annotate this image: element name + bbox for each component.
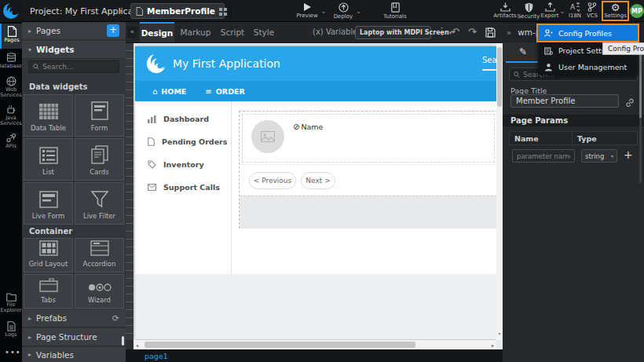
device-preview-select[interactable]: Laptop with MDPI Screen ▾ [355, 26, 431, 39]
scrollbar-thumb[interactable] [639, 47, 642, 118]
page-preview[interactable]: My First Application Search ⌂ HOME ≡ ORD… [135, 46, 496, 339]
widgets-accordion[interactable]: ▾ Widgets [22, 41, 126, 59]
widget-tile-cards[interactable]: Cards [75, 138, 124, 181]
widget-tile-form[interactable]: Form [75, 94, 124, 137]
menu-item-dashboard[interactable]: Dashboard [135, 108, 232, 130]
preview-button[interactable]: Preview [294, 2, 320, 19]
project-settings-icon [544, 46, 553, 55]
menu-item-support-calls[interactable]: Support Calls [135, 176, 232, 199]
accordion-icon [90, 240, 109, 256]
nav-item-home[interactable]: ⌂ HOME [152, 87, 186, 96]
security-button[interactable]: Security [515, 2, 542, 20]
undo-icon[interactable]: ↶ [451, 26, 459, 38]
list-footer-placeholder [240, 196, 496, 229]
widget-tile-grid-layout[interactable]: Grid Layout [24, 238, 73, 272]
redo-icon[interactable]: ↷ [468, 26, 477, 38]
page-title-input[interactable] [510, 94, 619, 108]
scrollbar-thumb[interactable] [497, 47, 502, 107]
page-params-section-header[interactable]: Page Params [503, 115, 644, 126]
app-search-link[interactable]: Search [482, 56, 496, 71]
tab-design[interactable]: Design [140, 22, 174, 42]
next-button[interactable]: Next > [301, 172, 335, 189]
export-button[interactable]: Export [539, 2, 561, 19]
app-header[interactable]: My First Application Search [135, 46, 496, 81]
image-placeholder [251, 120, 284, 153]
menu-item-inventory[interactable]: Inventory [135, 153, 232, 176]
column-type: Type [573, 132, 597, 144]
rail-item-java-services[interactable]: Java Services [0, 102, 22, 129]
tab-script[interactable]: Script [217, 22, 248, 42]
chart-icon [148, 115, 156, 123]
user-avatar[interactable]: MP [630, 4, 644, 18]
scroll-down-arrow-icon[interactable]: ▾ [496, 331, 503, 336]
vcs-button[interactable]: VCS [583, 2, 602, 19]
widget-search-input[interactable] [42, 63, 113, 71]
collapsed-arrow-icon: ▸ [28, 27, 31, 35]
widget-tile-live-filter[interactable]: Live Filter [75, 182, 124, 225]
status-page-tab[interactable]: page1 [145, 352, 168, 360]
widget-tile-accordion[interactable]: Accordion [75, 238, 124, 272]
settings-button-highlighted[interactable]: ⚙ Settings [602, 1, 629, 21]
canvas-vertical-scrollbar[interactable]: ▾ [496, 43, 503, 340]
user-icon [544, 63, 553, 71]
widget-tile-tabs[interactable]: Tabs [24, 274, 73, 309]
more-options-kebab-icon[interactable]: ⋮ [437, 25, 447, 37]
rail-item-web-services[interactable]: Web Services [0, 74, 22, 101]
collapse-right-panel-button[interactable]: » [507, 28, 511, 37]
vertical-ruler [126, 43, 134, 340]
data-widgets-grid: Data Table Form List Cards Live Form Liv… [24, 94, 124, 225]
refresh-icon[interactable]: ⟳ [112, 313, 119, 324]
save-icon[interactable] [485, 27, 496, 38]
rail-more-icon[interactable]: ••• [5, 348, 21, 357]
tab-properties-edit[interactable]: ✎ [506, 42, 540, 63]
menu-item-user-management[interactable]: User Management [538, 59, 638, 75]
variables-accordion[interactable]: ▸ Variables [22, 347, 126, 362]
pages-accordion[interactable]: ▸ Pages + [22, 22, 126, 40]
data-widgets-section-label: Data widgets [29, 82, 88, 91]
rail-item-pages[interactable]: Pages [0, 24, 22, 49]
add-page-button[interactable]: + [107, 24, 119, 37]
scrollbar-thumb[interactable] [145, 342, 415, 348]
rail-item-apis[interactable]: APIs [0, 130, 22, 152]
rail-item-logs[interactable]: Logs [0, 319, 22, 341]
menu-item-pending-orders[interactable]: Pending Orders [135, 130, 232, 153]
list-item[interactable]: ⊘ Name [242, 114, 495, 163]
deploy-button[interactable]: Deploy [330, 2, 357, 20]
ruler-corner [126, 340, 134, 349]
scroll-left-arrow-icon[interactable]: ◂ [136, 342, 138, 348]
widget-search-box[interactable] [28, 60, 119, 73]
scroll-right-arrow-icon[interactable]: ▸ [492, 342, 494, 348]
tutorials-button[interactable]: Tutorials [382, 2, 408, 20]
app-logo-icon [145, 52, 168, 75]
grid-menu-icon[interactable] [219, 4, 227, 19]
nav-item-order[interactable]: ≡ ORDER [205, 87, 244, 96]
deploy-caret-icon[interactable]: ⌄ [356, 7, 362, 15]
param-type-select[interactable]: string ▾ [581, 149, 617, 163]
previous-button[interactable]: < Previous [249, 172, 296, 189]
open-page-tab[interactable]: MemberProfile [130, 3, 225, 19]
add-param-button[interactable]: + [624, 148, 633, 161]
bind-property-icon[interactable] [625, 96, 635, 111]
expanded-arrow-icon: ▾ [28, 46, 31, 53]
page-structure-accordion[interactable]: ▸ Page Structure [22, 328, 126, 346]
left-panel-scrollbar[interactable] [122, 336, 124, 346]
tabs-icon [39, 278, 58, 292]
widget-tile-wizard[interactable]: Wizard [75, 274, 124, 309]
studio-logo-icon[interactable] [0, 0, 22, 22]
artifacts-button[interactable]: Artifacts [492, 2, 518, 19]
widget-tile-list[interactable]: List [24, 138, 73, 181]
menu-item-config-profiles-highlighted[interactable]: Config Profiles [538, 25, 638, 41]
preview-caret-icon[interactable]: ⌄ [320, 7, 327, 15]
rail-item-file-explorer[interactable]: File Explorer [0, 291, 22, 317]
rail-item-databases[interactable]: Databases [0, 50, 22, 72]
tab-markup[interactable]: Markup [177, 22, 214, 42]
prefabs-accordion[interactable]: ▸ Prefabs ⟳ [22, 309, 126, 327]
canvas-horizontal-scrollbar[interactable]: ◂ ▸ [134, 340, 496, 349]
right-panel-scrollbar[interactable] [639, 46, 642, 183]
collapse-left-panel-button[interactable]: « [127, 27, 137, 38]
widget-tile-live-form[interactable]: Live Form [24, 182, 73, 225]
list-widget[interactable]: ⊘ Name < Previous Next > [239, 111, 496, 229]
param-name-input[interactable] [512, 149, 575, 163]
tab-style[interactable]: Style [250, 22, 278, 42]
widget-tile-data-table[interactable]: Data Table [24, 94, 73, 137]
